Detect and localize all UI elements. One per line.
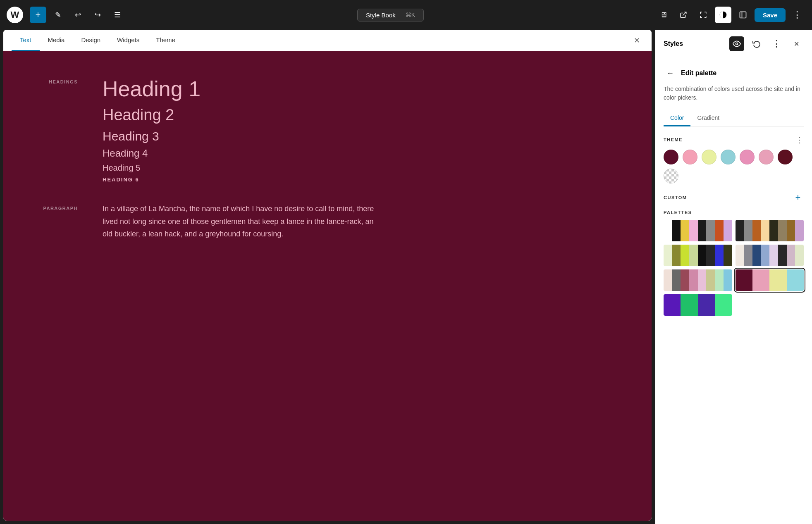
theme-section-header: THEME ⋮ bbox=[664, 135, 804, 145]
palette-item-3[interactable] bbox=[664, 245, 732, 266]
headings-content: Heading 1 Heading 2 Heading 3 Heading 4 … bbox=[103, 76, 627, 186]
palette-item-4[interactable] bbox=[736, 245, 804, 266]
shortcut-label: ⌘K bbox=[406, 12, 415, 18]
heading-1: Heading 1 bbox=[103, 76, 627, 102]
tab-design[interactable]: Design bbox=[73, 30, 109, 51]
back-button[interactable]: ← bbox=[664, 67, 677, 80]
tabs-bar: Text Media Design Widgets Theme ✕ bbox=[3, 30, 652, 51]
fullscreen-button[interactable] bbox=[695, 7, 712, 23]
color-swatch-mid-pink[interactable] bbox=[740, 150, 755, 164]
edit-button[interactable]: ✎ bbox=[50, 7, 66, 23]
styles-toggle-button[interactable] bbox=[715, 7, 731, 23]
palette-item-1[interactable] bbox=[664, 220, 732, 241]
color-tab[interactable]: Color bbox=[664, 110, 690, 126]
svg-rect-2 bbox=[740, 12, 746, 18]
wp-logo: W bbox=[7, 7, 23, 23]
sidebar-header: Styles ⋮ ✕ bbox=[655, 30, 812, 58]
external-button[interactable] bbox=[675, 7, 692, 23]
sidebar-toggle-button[interactable] bbox=[735, 7, 751, 23]
custom-section-header: CUSTOM + bbox=[664, 192, 804, 203]
custom-label: CUSTOM bbox=[664, 195, 792, 200]
undo-button[interactable]: ↩ bbox=[69, 7, 86, 23]
palettes-grid: Sunrise bbox=[664, 220, 804, 316]
top-bar-right: 🖥 Save ⋮ bbox=[655, 7, 805, 23]
top-bar-center: Style Book ⌘K bbox=[129, 9, 652, 21]
color-swatch-pink[interactable] bbox=[683, 150, 697, 164]
color-gradient-tabs: Color Gradient bbox=[664, 110, 804, 126]
gradient-tab[interactable]: Gradient bbox=[690, 110, 726, 126]
content-area: HEADINGS Heading 1 Heading 2 Heading 3 H… bbox=[3, 51, 652, 521]
palette-item-2[interactable] bbox=[736, 220, 804, 241]
tab-widgets[interactable]: Widgets bbox=[109, 30, 148, 51]
theme-color-swatches bbox=[664, 150, 804, 183]
color-swatch-dark-red-2[interactable] bbox=[778, 150, 793, 164]
svg-line-0 bbox=[683, 12, 686, 15]
monitor-button[interactable]: 🖥 bbox=[655, 7, 672, 23]
top-bar: W + ✎ ↩ ↪ ☰ Style Book ⌘K 🖥 Save ⋮ bbox=[0, 0, 812, 30]
paragraph-section: PARAGRAPH In a village of La Mancha, the… bbox=[3, 194, 652, 249]
sidebar-body: ← Edit palette The combination of colors… bbox=[655, 58, 812, 524]
paragraph-content: In a village of La Mancha, the name of w… bbox=[103, 202, 627, 241]
heading-4: Heading 4 bbox=[103, 147, 627, 160]
close-sidebar-button[interactable]: ✕ bbox=[789, 36, 804, 51]
paragraph-text: In a village of La Mancha, the name of w… bbox=[103, 202, 384, 241]
view-icon-button[interactable] bbox=[729, 36, 744, 51]
save-button[interactable]: Save bbox=[755, 8, 786, 22]
edit-palette-title: Edit palette bbox=[681, 69, 716, 77]
headings-label: HEADINGS bbox=[28, 76, 78, 186]
add-button[interactable]: + bbox=[30, 7, 46, 23]
tab-theme[interactable]: Theme bbox=[148, 30, 184, 51]
styles-title: Styles bbox=[664, 40, 724, 48]
theme-more-button[interactable]: ⋮ bbox=[795, 135, 804, 145]
color-swatch-transparent[interactable] bbox=[664, 169, 678, 183]
svg-point-4 bbox=[736, 43, 738, 45]
style-book-title: Style Book bbox=[366, 12, 396, 19]
palette-item-7[interactable] bbox=[664, 294, 732, 316]
main-area: Text Media Design Widgets Theme ✕ HEADIN… bbox=[0, 30, 812, 524]
style-book-label: Style Book ⌘K bbox=[357, 9, 424, 21]
paragraph-label: PARAGRAPH bbox=[28, 202, 78, 241]
more-icon-button[interactable]: ⋮ bbox=[769, 36, 784, 51]
edit-palette-header: ← Edit palette bbox=[664, 67, 804, 80]
palettes-label: PALETTES bbox=[664, 210, 804, 215]
style-book-panel: Text Media Design Widgets Theme ✕ HEADIN… bbox=[3, 30, 652, 521]
list-button[interactable]: ☰ bbox=[109, 7, 126, 23]
palette-item-sunrise[interactable]: Sunrise bbox=[736, 269, 804, 291]
palette-description: The combination of colors used across th… bbox=[664, 85, 804, 102]
heading-3: Heading 3 bbox=[103, 128, 627, 144]
more-options-button[interactable]: ⋮ bbox=[789, 7, 805, 23]
redo-button[interactable]: ↪ bbox=[89, 7, 106, 23]
close-tab-button[interactable]: ✕ bbox=[630, 34, 643, 47]
tab-media[interactable]: Media bbox=[40, 30, 73, 51]
headings-section: HEADINGS Heading 1 Heading 2 Heading 3 H… bbox=[3, 68, 652, 194]
color-swatch-light-blue[interactable] bbox=[721, 150, 736, 164]
styles-sidebar: Styles ⋮ ✕ ← Edit palette The combinatio… bbox=[655, 30, 812, 524]
palette-item-5[interactable] bbox=[664, 269, 732, 291]
theme-section-label: THEME bbox=[664, 137, 795, 142]
tab-text[interactable]: Text bbox=[12, 30, 40, 51]
color-swatch-dark-red[interactable] bbox=[664, 150, 678, 164]
color-swatch-yellow-green[interactable] bbox=[702, 150, 716, 164]
history-icon-button[interactable] bbox=[749, 36, 764, 51]
heading-5: Heading 5 bbox=[103, 162, 627, 174]
add-color-button[interactable]: + bbox=[792, 192, 804, 203]
color-swatch-light-pink[interactable] bbox=[759, 150, 774, 164]
heading-6: HEADING 6 bbox=[103, 176, 627, 183]
heading-2: Heading 2 bbox=[103, 105, 627, 125]
